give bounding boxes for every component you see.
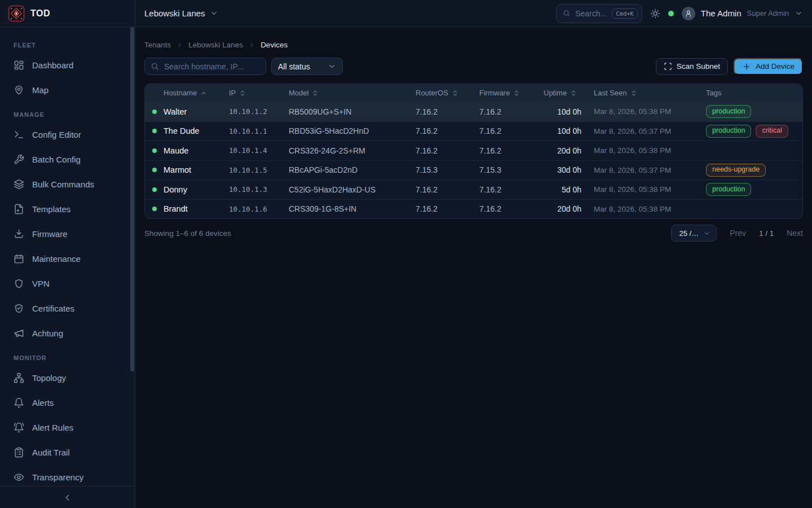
device-tags: production [701, 183, 802, 196]
clipboard-icon [14, 447, 24, 458]
column-header-model[interactable]: Model [289, 89, 416, 97]
sort-icon [452, 90, 458, 97]
sidebar-section-manage: MANAGEConfig EditorBatch ConfigBulk Comm… [0, 102, 135, 345]
sidebar-item-label: Transparency [32, 472, 83, 482]
sidebar-item-vpn[interactable]: VPN [0, 271, 135, 296]
sidebar-item-audit-trail[interactable]: Audit Trail [0, 440, 135, 465]
device-ip: 10.10.1.2 [229, 107, 289, 116]
breadcrumb-item[interactable]: Tenants [144, 41, 171, 49]
device-status-cell [145, 207, 164, 211]
column-header-last-seen[interactable]: Last Seen [589, 89, 701, 97]
prev-page-button[interactable]: Prev [730, 229, 746, 238]
column-header-firmware[interactable]: Firmware [479, 89, 544, 97]
search-shortcut-badge: Cmd+K [612, 8, 638, 19]
chevron-right-icon [176, 41, 183, 49]
status-filter-value: All status [278, 62, 310, 71]
user-name: The Admin [701, 8, 742, 18]
device-status-cell [145, 110, 164, 114]
add-device-button[interactable]: Add Device [734, 58, 803, 75]
global-search[interactable]: Search... Cmd+K [556, 4, 642, 23]
page-size-value: 25 /… [679, 229, 699, 238]
device-row-marmot[interactable]: Marmot10.10.1.5RBcAPGi-5acD2nD7.15.37.15… [145, 160, 802, 180]
sidebar-item-map[interactable]: Map [0, 77, 135, 102]
sidebar-item-templates[interactable]: Templates [0, 196, 135, 221]
device-uptime: 5d 0h [544, 185, 589, 194]
sidebar-item-achtung[interactable]: Achtung [0, 321, 135, 345]
chevron-down-icon [328, 62, 336, 71]
device-row-walter[interactable]: Walter10.10.1.2RB5009UG+S+IN7.16.27.16.2… [145, 102, 802, 121]
sidebar-item-dashboard[interactable]: Dashboard [0, 52, 135, 77]
sidebar-item-label: Firmware [32, 229, 68, 239]
scan-icon [664, 62, 672, 71]
device-model: CRS326-24G-2S+RM [289, 146, 416, 155]
sidebar-item-batch-config[interactable]: Batch Config [0, 147, 135, 172]
device-row-maude[interactable]: Maude10.10.1.4CRS326-24G-2S+RM7.16.27.16… [145, 141, 802, 160]
tenant-switcher[interactable]: Lebowski Lanes [144, 8, 218, 18]
device-last-seen: Mar 8, 2026, 05:38 PM [589, 146, 701, 155]
sort-icon [513, 90, 520, 97]
device-firmware: 7.16.2 [479, 126, 544, 135]
user-icon [685, 10, 692, 17]
next-page-button[interactable]: Next [787, 229, 803, 238]
online-status-dot [152, 129, 157, 133]
device-ip: 10.10.1.5 [229, 166, 289, 174]
sort-icon [630, 90, 637, 97]
device-search-input[interactable] [164, 62, 260, 71]
chevron-left-icon [63, 493, 72, 502]
sort-icon [312, 90, 319, 97]
sidebar-item-topology[interactable]: Topology [0, 365, 135, 390]
sidebar-item-alerts[interactable]: Alerts [0, 390, 135, 415]
breadcrumb-item[interactable]: Lebowski Lanes [188, 41, 243, 49]
device-ip: 10.10.1.4 [229, 146, 289, 155]
status-filter-select[interactable]: All status [271, 58, 343, 75]
sidebar-item-label: Audit Trail [32, 448, 70, 457]
devices-table: HostnameIPModelRouterOSFirmwareUptimeLas… [144, 84, 803, 219]
sidebar-item-maintenance[interactable]: Maintenance [0, 246, 135, 271]
connection-status-dot [668, 11, 674, 16]
device-model: CRS309-1G-8S+IN [289, 204, 416, 213]
theme-toggle-sun-icon[interactable] [650, 8, 660, 19]
scan-subnet-button[interactable]: Scan Subnet [656, 58, 728, 75]
device-status-cell [145, 187, 164, 192]
device-hostname: Brandt [164, 204, 229, 213]
column-header-routeros[interactable]: RouterOS [416, 89, 479, 97]
device-hostname: The Dude [164, 126, 229, 135]
sidebar-item-label: Certificates [32, 304, 74, 313]
global-search-placeholder: Search... [575, 9, 607, 18]
sidebar-item-label: Bulk Commands [32, 179, 94, 189]
column-header-uptime[interactable]: Uptime [544, 89, 589, 97]
device-ip: 10.10.1.1 [229, 127, 289, 135]
device-routeros: 7.15.3 [416, 165, 479, 174]
sidebar-item-alert-rules[interactable]: Alert Rules [0, 415, 135, 440]
sidebar-item-label: Maintenance [32, 254, 81, 264]
user-menu[interactable]: The Admin Super Admin [682, 7, 803, 20]
breadcrumb: TenantsLebowski LanesDevices [144, 41, 803, 49]
device-row-donny[interactable]: Donny10.10.1.3C52iG-5HaxD2HaxD-US7.16.27… [145, 179, 802, 199]
user-role: Super Admin [747, 9, 789, 17]
sidebar-item-config-editor[interactable]: Config Editor [0, 122, 135, 147]
sidebar-item-bulk-commands[interactable]: Bulk Commands [0, 172, 135, 196]
avatar [682, 7, 695, 20]
app-logo[interactable]: TOD [0, 0, 135, 27]
device-last-seen: Mar 8, 2026, 05:38 PM [589, 107, 701, 116]
wrench-icon [14, 154, 24, 165]
column-label: Uptime [544, 89, 567, 97]
online-status-dot [152, 110, 157, 114]
sidebar-item-transparency[interactable]: Transparency [0, 465, 135, 486]
device-row-the-dude[interactable]: The Dude10.10.1.1RBD53iG-5HacD2HnD7.16.2… [145, 121, 802, 141]
page-size-select[interactable]: 25 /… [671, 225, 717, 242]
sidebar-item-certificates[interactable]: Certificates [0, 296, 135, 321]
sidebar-item-label: Templates [32, 204, 70, 214]
device-status-cell [145, 129, 164, 133]
online-status-dot [152, 148, 157, 153]
column-header-ip[interactable]: IP [229, 89, 289, 97]
device-row-brandt[interactable]: Brandt10.10.1.6CRS309-1G-8S+IN7.16.27.16… [145, 199, 802, 219]
device-status-cell [145, 148, 164, 153]
device-last-seen: Mar 8, 2026, 05:37 PM [589, 127, 701, 135]
column-header-hostname[interactable]: Hostname [164, 89, 229, 97]
device-uptime: 20d 0h [544, 146, 589, 155]
device-routeros: 7.16.2 [416, 126, 479, 135]
sidebar-scrollbar-thumb[interactable] [130, 27, 134, 371]
sidebar-item-firmware[interactable]: Firmware [0, 221, 135, 246]
sidebar-collapse-button[interactable] [0, 486, 135, 508]
